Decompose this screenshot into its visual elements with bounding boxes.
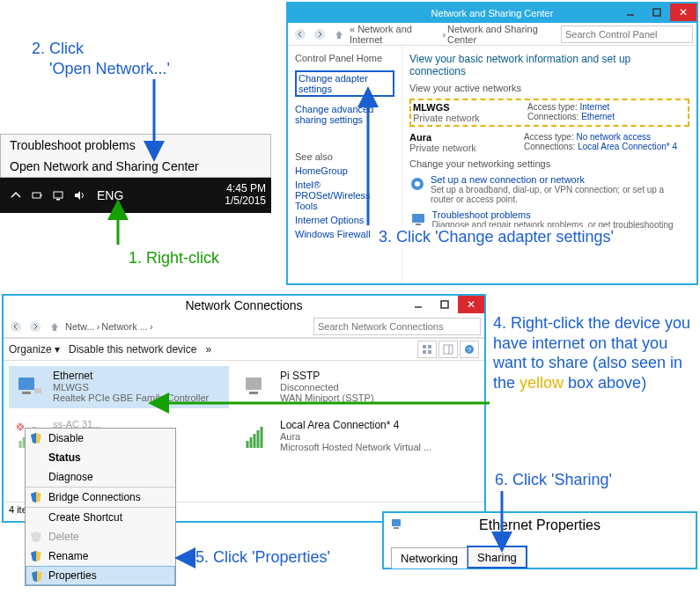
tab-sharing[interactable]: Sharing [468, 546, 527, 568]
ep-titlebar[interactable]: Ethernet Properties [384, 513, 696, 538]
disable-device-button[interactable]: Disable this network device [69, 343, 196, 356]
adapter-desc: WAN Miniport (SSTP) [280, 392, 374, 403]
ep-tabs: Networking Sharing [384, 538, 696, 568]
adapter-status: MLWGS [53, 382, 209, 392]
ctx-create-shortcut[interactable]: Create Shortcut [26, 507, 175, 527]
link-change-adapter-settings[interactable]: Change adapter settings [295, 70, 394, 97]
access-val[interactable]: Internet [579, 102, 609, 112]
svg-rect-38 [392, 519, 401, 526]
minimize-button[interactable] [405, 296, 431, 313]
adapter-name: Ethernet [53, 370, 209, 382]
link-setup-connection[interactable]: Set up a new connection or networkSet up… [409, 174, 689, 204]
close-button[interactable]: ✕ [670, 4, 696, 21]
active-networks-label: View your active networks [409, 83, 689, 93]
link-homegroup[interactable]: HomeGroup [295, 165, 394, 176]
adapter-local-area-4[interactable]: Local Area Connection* 4AuraMicrosoft Ho… [236, 415, 456, 458]
adapter-icon [12, 370, 48, 405]
svg-rect-17 [416, 224, 421, 225]
close-button[interactable]: ✕ [458, 296, 484, 313]
conn-lbl: Connections: [524, 142, 575, 151]
ctx-label: Delete [48, 531, 79, 543]
svg-rect-24 [423, 350, 426, 354]
svg-rect-6 [33, 193, 41, 198]
setup-icon [409, 174, 425, 194]
ctx-label: Properties [48, 569, 97, 582]
up-icon[interactable] [330, 26, 348, 43]
forward-icon[interactable] [311, 26, 328, 43]
annotation-step4: 4. Right-click the device you have inter… [493, 313, 696, 392]
back-icon[interactable] [7, 318, 25, 335]
link-change-advanced-sharing[interactable]: Change advanced sharing settings [295, 104, 394, 125]
ethernet-properties-window: Ethernet Properties Networking Sharing [382, 511, 697, 569]
adapter-icon [239, 370, 275, 405]
tab-networking[interactable]: Networking [391, 547, 468, 568]
clock-date: 1/5/2015 [225, 195, 266, 208]
ctx-disable[interactable]: Disable [26, 429, 175, 448]
network-row-aura: Aura Private network Access type: No net… [409, 132, 689, 153]
battery-icon[interactable] [29, 187, 45, 203]
nc-titlebar[interactable]: Network Connections ✕ [4, 296, 484, 315]
svg-rect-30 [18, 378, 34, 390]
nc-search-input[interactable] [313, 318, 481, 335]
adapter-pi-sstp[interactable]: Pi SSTPDisconnectedWAN Miniport (SSTP) [236, 366, 456, 408]
maximize-button[interactable] [431, 296, 458, 313]
windows-taskbar: ENG 4:45 PM 1/5/2015 [0, 178, 271, 213]
link-internet-options[interactable]: Internet Options [295, 215, 394, 225]
troubleshoot-icon [409, 209, 427, 229]
sidebar-home[interactable]: Control Panel Home [295, 53, 394, 63]
annotation-step4-yellow: yellow [519, 374, 564, 392]
volume-icon[interactable] [71, 187, 87, 203]
forward-icon[interactable] [26, 318, 44, 335]
ncp-heading: View your basic network information and … [409, 53, 689, 77]
ctx-rename[interactable]: Rename [26, 546, 175, 566]
minimize-button[interactable] [617, 4, 644, 21]
help-icon[interactable]: ? [460, 341, 479, 358]
back-icon[interactable] [291, 26, 309, 43]
ctx-diagnose[interactable]: Diagnose [26, 467, 175, 487]
access-val[interactable]: No network access [576, 132, 650, 142]
clock-time: 4:45 PM [225, 183, 266, 195]
adapter-icon [239, 419, 275, 454]
ctx-label: Bridge Connections [48, 491, 141, 503]
access-lbl: Access type: [524, 132, 574, 142]
tray-chevron-up-icon[interactable] [8, 187, 24, 203]
svg-rect-11 [653, 9, 660, 16]
svg-rect-33 [246, 378, 262, 390]
ncp-search-input[interactable] [561, 26, 693, 43]
change-settings-label: Change your networking settings [409, 158, 689, 169]
up-icon[interactable] [46, 318, 63, 335]
maximize-button[interactable] [644, 4, 670, 21]
toolbar-chevron-icon[interactable]: » [205, 343, 211, 356]
bc-part: Netw... [65, 321, 95, 332]
view-toggle-icon[interactable] [417, 341, 437, 358]
preview-pane-icon[interactable] [438, 341, 458, 358]
conn-val[interactable]: Ethernet [581, 112, 615, 121]
adapter-ethernet[interactable]: EthernetMLWGSRealtek PCIe GBE Family Con… [9, 366, 229, 408]
menu-troubleshoot[interactable]: Troubleshoot problems [1, 135, 270, 156]
taskbar-clock[interactable]: 4:45 PM 1/5/2015 [225, 183, 266, 208]
menu-open-nsc[interactable]: Open Network and Sharing Center [1, 156, 270, 177]
ncp-breadcrumb[interactable]: « Network and Internet › Network and Sha… [350, 24, 561, 45]
adapter-status: Disconnected [280, 382, 374, 392]
net-type: Private network [413, 113, 527, 123]
ctx-properties[interactable]: Properties [26, 566, 175, 585]
svg-rect-34 [249, 392, 258, 394]
bc-part: Network and Sharing Center [447, 24, 561, 45]
ncp-titlebar[interactable]: Network and Sharing Center ✕ [288, 4, 696, 23]
ncp-address-bar: « Network and Internet › Network and Sha… [288, 23, 696, 46]
ctx-status[interactable]: Status [26, 448, 175, 467]
svg-point-20 [11, 321, 21, 332]
link-intel-proset[interactable]: Intel® PROSet/Wireless Tools [295, 180, 394, 211]
bc-part: Network ... [101, 321, 148, 332]
svg-rect-32 [34, 388, 41, 393]
language-indicator[interactable]: ENG [97, 188, 123, 202]
annotation-step1: 1. Right-click [129, 248, 219, 268]
ctx-bridge[interactable]: Bridge Connections [26, 487, 175, 507]
network-icon[interactable] [50, 187, 66, 203]
organize-button[interactable]: Organize ▾ [9, 343, 60, 356]
nc-toolbar: Organize ▾ Disable this network device »… [4, 338, 484, 361]
svg-rect-31 [22, 392, 31, 394]
nc-breadcrumb[interactable]: Netw... › Network ... › [65, 321, 313, 332]
conn-val[interactable]: Local Area Connection* 4 [578, 142, 677, 151]
annotation-step2: 2. Click 'Open Network...' [32, 39, 170, 78]
